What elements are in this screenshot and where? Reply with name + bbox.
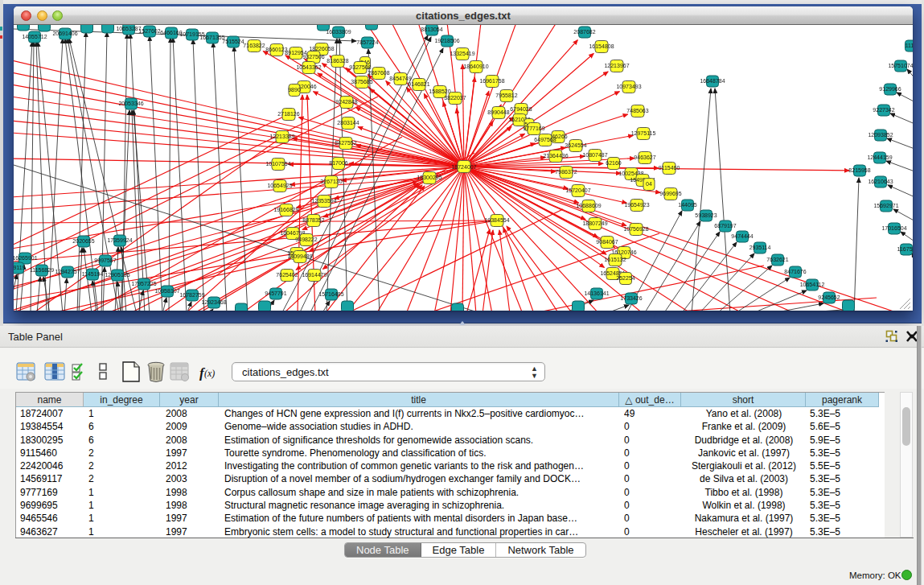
svg-text:17359924: 17359924	[107, 237, 132, 243]
svg-text:1112: 1112	[906, 43, 913, 48]
svg-text:12905185: 12905185	[105, 272, 129, 278]
svg-text:21364436: 21364436	[543, 153, 568, 159]
svg-text:16914479: 16914479	[302, 272, 326, 278]
svg-text:12923468: 12923468	[201, 299, 226, 305]
svg-text:19654923: 19654923	[624, 202, 649, 208]
svg-text:817006: 817006	[329, 160, 347, 166]
svg-text:7485063: 7485063	[626, 108, 648, 113]
svg-text:9129966: 9129966	[879, 86, 901, 92]
svg-text:9084067: 9084067	[596, 239, 618, 245]
svg-text:3624554: 3624554	[565, 142, 586, 148]
svg-text:14055712: 14055712	[22, 34, 47, 39]
svg-text:116753: 116753	[897, 246, 913, 252]
svg-text:16210643: 16210643	[868, 179, 893, 184]
svg-text:9997587: 9997587	[94, 257, 116, 263]
svg-text:10654925: 10654925	[267, 183, 292, 188]
svg-text:19218506: 19218506	[434, 38, 459, 43]
svg-text:252254: 252254	[616, 275, 634, 281]
svg-text:10654112: 10654112	[800, 282, 825, 287]
svg-text:8813054: 8813054	[421, 27, 442, 32]
svg-text:9463627: 9463627	[634, 154, 655, 160]
svg-text:8471676: 8471676	[784, 269, 806, 274]
svg-text:10107554: 10107554	[265, 161, 290, 167]
svg-text:16648784: 16648784	[700, 78, 725, 84]
svg-text:8454749: 8454749	[389, 76, 411, 81]
svg-text:144095: 144095	[678, 202, 696, 208]
svg-text:9890: 9890	[288, 87, 301, 93]
svg-text:1145194: 1145194	[82, 271, 104, 277]
svg-text:8990448: 8990448	[487, 109, 509, 115]
svg-text:10973493: 10973493	[616, 84, 641, 89]
svg-text:6497568: 6497568	[534, 137, 556, 142]
svg-text:9227342: 9227342	[873, 107, 894, 113]
svg-text:19166829: 19166829	[273, 207, 298, 212]
svg-text:18724007: 18724007	[451, 164, 476, 170]
svg-text:8878352: 8878352	[302, 217, 324, 223]
svg-text:15716485: 15716485	[318, 291, 343, 297]
svg-text:9498222: 9498222	[295, 237, 317, 242]
svg-text:10756928: 10756928	[623, 226, 648, 232]
svg-text:20053346: 20053346	[118, 101, 143, 106]
svg-text:2718126: 2718126	[277, 111, 299, 117]
svg-text:1588520: 1588520	[429, 89, 450, 94]
svg-text:12213389: 12213389	[269, 134, 294, 139]
svg-text:18640910: 18640910	[463, 64, 488, 69]
svg-text:18807249: 18807249	[582, 220, 607, 226]
svg-text:13325419: 13325419	[450, 51, 474, 56]
svg-text:39119: 39119	[14, 265, 26, 270]
svg-text:3822037: 3822037	[444, 95, 466, 101]
svg-text:6879197: 6879197	[714, 223, 736, 229]
svg-text:14136141: 14136141	[584, 290, 609, 296]
svg-text:8427552: 8427552	[335, 140, 356, 146]
svg-text:9777169: 9777169	[523, 126, 544, 131]
svg-text:10653287: 10653287	[116, 26, 141, 31]
svg-text:18226058: 18226058	[309, 46, 334, 51]
svg-text:9457791: 9457791	[265, 290, 286, 296]
svg-text:3875685: 3875685	[351, 79, 372, 84]
svg-text:16033809: 16033809	[326, 29, 351, 35]
svg-text:2867608: 2867608	[368, 70, 389, 76]
svg-text:12444159: 12444159	[867, 154, 892, 160]
svg-text:12353594: 12353594	[311, 198, 336, 204]
svg-text:9242848: 9242848	[335, 99, 357, 105]
svg-text:12942757: 12942757	[55, 269, 80, 274]
svg-text:14099489: 14099489	[287, 253, 312, 259]
svg-text:9245652: 9245652	[818, 295, 840, 300]
svg-text:1615132: 1615132	[604, 257, 626, 262]
svg-text:15751074: 15751074	[888, 63, 913, 68]
svg-text:62160: 62160	[606, 160, 622, 166]
svg-text:8215958: 8215958	[848, 167, 870, 173]
svg-text:9146821: 9146821	[408, 81, 429, 87]
svg-text:7632621: 7632621	[766, 257, 788, 262]
svg-text:9115460: 9115460	[659, 165, 680, 171]
svg-text:17016504: 17016504	[881, 225, 906, 231]
svg-text:15692971: 15692971	[873, 203, 898, 208]
svg-text:(x): (x)	[204, 368, 215, 379]
svg-text:2935114: 2935114	[749, 245, 771, 250]
svg-text:10807487: 10807487	[582, 152, 607, 158]
svg-text:10543362: 10543362	[296, 64, 321, 70]
svg-text:2803144: 2803144	[337, 120, 359, 126]
svg-text:2087682: 2087682	[573, 29, 595, 35]
svg-text:16961758: 16961758	[479, 78, 504, 84]
svg-text:18300295: 18300295	[417, 175, 441, 180]
svg-text:8186328: 8186328	[326, 58, 348, 64]
svg-text:16154808: 16154808	[589, 43, 614, 49]
svg-text:7625402: 7625402	[276, 272, 298, 278]
svg-text:19384554: 19384554	[484, 217, 509, 223]
svg-text:12213967: 12213967	[604, 63, 629, 68]
svg-text:04: 04	[646, 181, 652, 187]
svg-text:12093852: 12093852	[868, 132, 893, 138]
svg-text:9327506: 9327506	[302, 54, 324, 60]
svg-text:1733426: 1733426	[620, 295, 642, 301]
svg-text:3267130: 3267130	[320, 179, 342, 184]
svg-text:20691406: 20691406	[52, 31, 77, 36]
svg-text:16671355: 16671355	[199, 35, 224, 40]
svg-text:11156829: 11156829	[30, 267, 54, 273]
svg-text:16265901: 16265901	[14, 255, 38, 261]
svg-text:9474444: 9474444	[731, 233, 753, 239]
svg-text:2020655: 2020655	[72, 238, 94, 244]
svg-text:15720407: 15720407	[565, 187, 590, 193]
svg-text:5938923: 5938923	[695, 212, 717, 218]
svg-text:1527602: 1527602	[138, 28, 160, 34]
